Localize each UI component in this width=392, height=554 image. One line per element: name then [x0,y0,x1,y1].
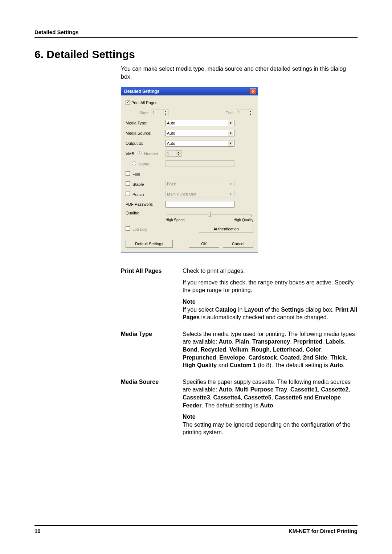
media-source-label: Media Source: [126,131,166,135]
doc-text: If you remove this check, the range entr… [183,279,358,294]
end-label: End: [225,111,236,115]
start-spinner[interactable]: ▲▼ [163,110,168,116]
default-settings-button[interactable]: Default Settings [126,240,173,248]
vmb-name-row: Name [126,161,166,166]
pdf-password-label: PDF Password: [126,202,166,206]
chevron-down-icon: ▼ [228,141,233,146]
vmb-number-input[interactable] [166,150,176,157]
quality-right-label: High Quality [234,218,253,222]
chevron-down-icon: ▼ [228,120,233,126]
joblog-checkbox[interactable] [126,226,130,231]
fold-row: Fold [126,171,166,176]
vmb-name-radio[interactable] [132,161,136,165]
fold-checkbox[interactable] [126,171,130,176]
staple-select[interactable]: Back▼ [166,181,234,187]
page-footer: 10 KM-NET for Direct Printing [34,525,358,534]
doc-print-all-pages: Print All Pages Check to print all pages… [121,267,358,325]
start-input[interactable] [151,110,163,116]
doc-term: Media Source [121,378,183,440]
doc-term: Media Type [121,330,183,373]
media-type-select[interactable]: Auto▼ [166,120,234,126]
quality-slider[interactable] [166,211,253,217]
media-source-select[interactable]: Auto▼ [166,130,234,136]
authentication-button[interactable]: Authentication [199,225,253,233]
vmb-name-input[interactable] [166,160,234,167]
quality-label: Quality: [126,211,166,215]
start-label: Start: [126,111,151,115]
chevron-down-icon: ▼ [228,192,233,197]
chevron-down-icon: ▼ [228,181,233,186]
dialog-titlebar: Detailed Settings ✕ [121,87,258,95]
vmb-number-spinner[interactable]: ▲▼ [176,150,181,157]
punch-row: Punch [126,192,166,197]
quality-left-label: High Speed [166,218,184,222]
close-icon[interactable]: ✕ [250,89,256,94]
doc-note: Note If you select Catalog in Layout of … [183,298,358,321]
end-input[interactable] [236,110,248,116]
media-type-label: Media Type: [126,121,166,125]
joblog-row: Job Log [126,226,166,231]
page-title: 6. Detailed Settings [34,48,358,61]
print-all-pages-checkbox[interactable] [126,100,130,105]
punch-select[interactable]: Main Punch Unit▼ [166,191,234,197]
output-to-label: Output to: [126,141,166,145]
staple-row: Staple [126,181,166,186]
doc-note: Note The setting may be ignored dependin… [183,413,358,436]
ok-button[interactable]: OK [189,240,219,248]
doc-text: Specifies the paper supply cassette. The… [183,378,358,409]
dialog-title: Detailed Settings [124,89,159,94]
end-spinner[interactable]: ▲▼ [248,110,253,116]
staple-checkbox[interactable] [126,181,130,186]
detailed-settings-dialog: Detailed Settings ✕ Print All Pages Star… [121,87,258,253]
doc-media-type: Media Type Selects the media type used f… [121,330,358,373]
doc-text: Check to print all pages. [183,267,358,275]
print-all-pages-label: Print All Pages [131,100,158,105]
chevron-down-icon: ▼ [228,131,233,136]
page-number: 10 [34,528,41,534]
running-header: Detailed Settings [34,29,358,38]
pdf-password-input[interactable] [166,201,234,208]
vmb-label: VMB Number [126,151,166,156]
punch-checkbox[interactable] [126,192,130,196]
doc-term: Print All Pages [121,267,183,325]
vmb-number-radio[interactable] [138,151,142,155]
output-to-select[interactable]: Auto▼ [166,140,234,147]
intro-text: You can make select media type, media so… [121,65,358,81]
product-name: KM-NET for Direct Printing [289,528,358,534]
doc-text: Selects the media type used for printing… [183,330,358,369]
cancel-button[interactable]: Cancel [223,240,253,248]
doc-media-source: Media Source Specifies the paper supply … [121,378,358,440]
